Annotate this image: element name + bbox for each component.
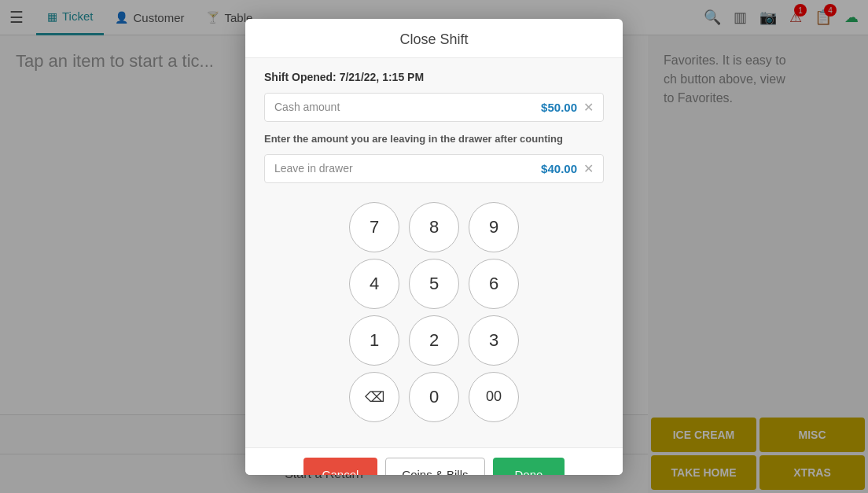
shift-info: Shift Opened: 7/21/22, 1:15 PM (264, 71, 604, 83)
numpad: 7 8 9 4 5 6 1 2 3 ⌫ 0 00 (264, 194, 604, 435)
cash-label: Cash amount (274, 101, 541, 113)
modal-body: Shift Opened: 7/21/22, 1:15 PM Cash amou… (245, 58, 623, 447)
numpad-5[interactable]: 5 (409, 259, 459, 309)
coins-bills-button[interactable]: Coins & Bills (385, 458, 484, 475)
numpad-0[interactable]: 0 (409, 372, 459, 422)
modal-footer: Cancel Coins & Bills Done (245, 447, 623, 475)
drawer-clear-button[interactable]: ✕ (583, 161, 594, 176)
numpad-row-4: ⌫ 0 00 (349, 372, 519, 422)
numpad-8[interactable]: 8 (409, 202, 459, 252)
drawer-note: Enter the amount you are leaving in the … (264, 133, 604, 145)
numpad-row-2: 4 5 6 (349, 259, 519, 309)
cash-amount-row: Cash amount $50.00 ✕ (264, 93, 604, 122)
numpad-row-1: 7 8 9 (349, 202, 519, 252)
numpad-6[interactable]: 6 (469, 259, 519, 309)
numpad-7[interactable]: 7 (349, 202, 399, 252)
numpad-2[interactable]: 2 (409, 315, 459, 366)
drawer-amount-row: Leave in drawer $40.00 ✕ (264, 154, 604, 183)
modal-overlay: Close Shift Shift Opened: 7/21/22, 1:15 … (0, 0, 868, 493)
numpad-4[interactable]: 4 (349, 259, 399, 309)
done-button[interactable]: Done (493, 458, 565, 475)
close-shift-modal: Close Shift Shift Opened: 7/21/22, 1:15 … (245, 19, 623, 475)
drawer-label: Leave in drawer (274, 162, 541, 175)
cancel-button[interactable]: Cancel (303, 458, 378, 475)
cash-value: $50.00 (541, 101, 577, 114)
numpad-row-3: 1 2 3 (349, 315, 519, 366)
numpad-1[interactable]: 1 (349, 315, 399, 366)
cash-clear-button[interactable]: ✕ (583, 100, 594, 115)
numpad-backspace[interactable]: ⌫ (349, 372, 399, 422)
modal-title: Close Shift (245, 19, 623, 58)
drawer-value: $40.00 (541, 162, 577, 175)
numpad-00[interactable]: 00 (469, 372, 519, 422)
numpad-3[interactable]: 3 (469, 315, 519, 366)
numpad-9[interactable]: 9 (469, 202, 519, 252)
